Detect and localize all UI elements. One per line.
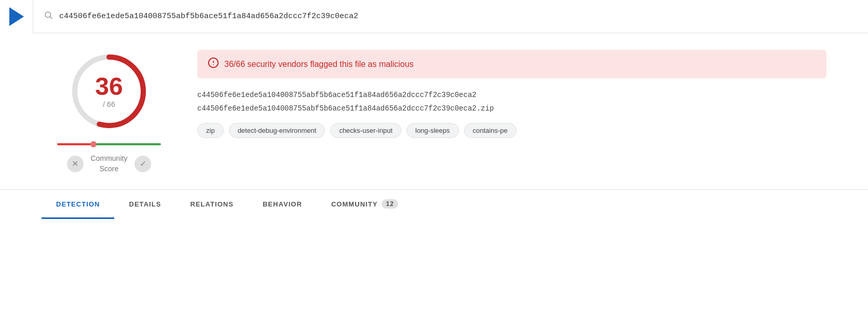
slider-track (57, 143, 161, 145)
slider-bar (57, 143, 161, 145)
score-gauge: 36 / 66 (67, 50, 151, 133)
tab-label: DETECTION (56, 200, 100, 208)
tags-row: zipdetect-debug-environmentchecks-user-i… (197, 123, 826, 138)
community-score-label: Community Score (91, 154, 128, 174)
hash-line-1: c44506fe6e1ede5a104008755abf5b6ace51f1a8… (197, 91, 826, 99)
search-icon (44, 10, 53, 22)
community-downvote-button[interactable]: ✕ (67, 156, 84, 172)
tab-label: DETAILS (129, 200, 161, 208)
tab-relations[interactable]: RELATIONS (175, 191, 248, 219)
tab-details[interactable]: DETAILS (114, 191, 175, 219)
tab-badge: 12 (382, 199, 398, 209)
tab-behavior[interactable]: BEHAVIOR (248, 191, 317, 219)
score-denominator: / 66 (95, 100, 123, 108)
alert-banner: 36/66 security vendors flagged this file… (197, 50, 826, 78)
svg-point-0 (45, 12, 51, 18)
search-input[interactable] (59, 12, 858, 21)
tag-item[interactable]: long-sleeps (406, 123, 459, 138)
community-upvote-button[interactable]: ✓ (134, 156, 151, 172)
tab-detection[interactable]: DETECTION (42, 191, 114, 219)
tab-label: COMMUNITY (331, 200, 378, 208)
slider-thumb (90, 141, 97, 147)
tag-item[interactable]: contains-pe (464, 123, 517, 138)
tab-label: RELATIONS (190, 200, 234, 208)
logo (0, 0, 33, 33)
svg-point-6 (213, 64, 214, 65)
alert-text: 36/66 security vendors flagged this file… (224, 60, 414, 69)
score-number: 36 (95, 74, 123, 99)
score-center: 36 / 66 (95, 74, 123, 108)
tag-item[interactable]: checks-user-input (330, 123, 401, 138)
svg-line-1 (50, 17, 52, 19)
tag-item[interactable]: detect-debug-environment (229, 123, 326, 138)
upvote-icon: ✓ (140, 159, 146, 169)
logo-icon (9, 7, 24, 26)
tab-community[interactable]: COMMUNITY12 (317, 190, 413, 219)
left-panel: 36 / 66 ✕ Community Score ✓ (42, 50, 177, 174)
hash-line-2: c44506fe6e1ede5a104008755abf5b6ace51f1a8… (197, 104, 826, 113)
header (0, 0, 868, 33)
right-panel: 36/66 security vendors flagged this file… (197, 50, 826, 174)
tab-label: BEHAVIOR (263, 200, 302, 208)
slider-red-portion (57, 143, 93, 145)
slider-green-portion (93, 143, 161, 145)
search-bar (33, 10, 868, 22)
downvote-icon: ✕ (72, 159, 78, 169)
hash-section: c44506fe6e1ede5a104008755abf5b6ace51f1a8… (197, 91, 826, 113)
tag-item[interactable]: zip (197, 123, 224, 138)
community-score-row: ✕ Community Score ✓ (67, 154, 152, 174)
main-content: 36 / 66 ✕ Community Score ✓ (0, 33, 868, 184)
alert-icon (208, 57, 219, 71)
tabs-bar: DETECTIONDETAILSRELATIONSBEHAVIORCOMMUNI… (0, 189, 868, 219)
